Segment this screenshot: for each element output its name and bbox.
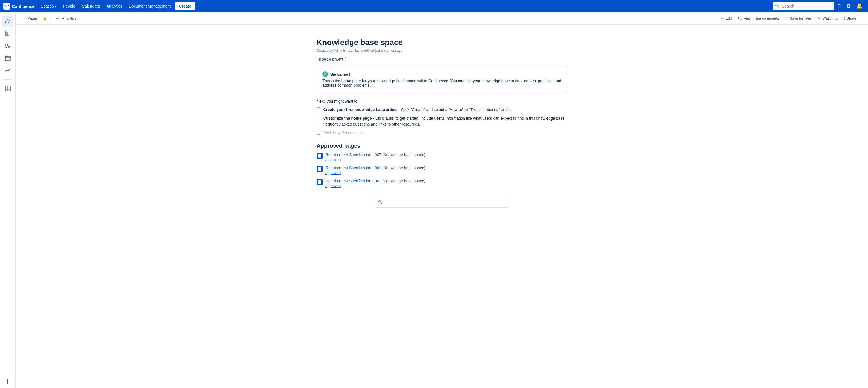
page-row-1: Requirement Specification - 001 (Knowled… bbox=[326, 166, 425, 170]
task-checkbox-2[interactable] bbox=[316, 116, 320, 120]
tasks-intro: Next, you might want to: bbox=[316, 99, 567, 103]
gear-icon: ⚙ bbox=[846, 3, 851, 9]
view-inline-comments-button[interactable]: 💬 View inline comments bbox=[735, 14, 782, 22]
page-info-2: Requirement Specification - 002 (Knowled… bbox=[326, 179, 425, 188]
confluence-logo-icon bbox=[3, 3, 10, 9]
action-bar: Pages 🔒 › Analytics ✏ Edit 💬 View inline… bbox=[16, 12, 868, 25]
spaces-dropdown[interactable]: Spaces ▾ bbox=[38, 2, 59, 10]
search-wrapper: 🔍 bbox=[773, 2, 834, 10]
sidebar: ‖ bbox=[0, 12, 16, 388]
people-nav[interactable]: People bbox=[60, 2, 78, 10]
table-icon bbox=[5, 86, 11, 91]
page-title-area: Knowledge base space Created by Administ… bbox=[316, 30, 567, 67]
page-link-1[interactable]: Requirement Specification - 001 bbox=[326, 166, 381, 170]
page-space-1: (Knowledge base space) bbox=[382, 166, 425, 170]
task-item-1: Create your first knowledge base article… bbox=[316, 107, 567, 113]
sidebar-divider bbox=[3, 80, 12, 80]
sidebar-item-table[interactable] bbox=[2, 83, 13, 94]
bottom-search-input[interactable] bbox=[375, 197, 509, 208]
page-space-0: (Knowledge base space) bbox=[382, 152, 425, 157]
bottom-search-icon: 🔍 bbox=[378, 200, 383, 205]
calendars-nav[interactable]: Calendars bbox=[79, 2, 103, 10]
welcome-title: Welcome! bbox=[330, 72, 350, 77]
chevron-down-icon: ▾ bbox=[55, 5, 56, 8]
breadcrumb-pages[interactable]: Pages bbox=[25, 14, 40, 22]
page-doc-icon-1 bbox=[316, 166, 323, 172]
approved-pages-title: Approved pages bbox=[316, 143, 567, 149]
task-item-2: Customize the home page - Click "Edit" t… bbox=[316, 116, 567, 127]
settings-button[interactable]: ⚙ bbox=[844, 1, 853, 11]
svg-point-2 bbox=[9, 69, 10, 70]
document-icon bbox=[5, 31, 10, 36]
analytics-icon bbox=[5, 68, 11, 73]
share-button[interactable]: ⟨ Share bbox=[841, 14, 859, 22]
main-wrapper: Knowledge base space Created by Administ… bbox=[16, 25, 868, 388]
create-button[interactable]: Create bbox=[175, 2, 195, 10]
page-link-0[interactable]: Requirement Specification - 007 bbox=[326, 152, 381, 157]
task-item-placeholder[interactable]: Click to add a new task... bbox=[316, 130, 567, 136]
more-button[interactable]: ··· bbox=[196, 2, 205, 10]
page-row-2: Requirement Specification - 002 (Knowled… bbox=[326, 179, 425, 183]
document-management-nav[interactable]: Document Management bbox=[126, 2, 174, 10]
approved-page-item-0: Requirement Specification - 007 (Knowled… bbox=[316, 152, 567, 162]
approved-page-item-2: Requirement Specification - 002 (Knowled… bbox=[316, 179, 567, 188]
logo-link[interactable]: Confluence bbox=[3, 3, 35, 9]
task-text-1: Create your first knowledge base article… bbox=[323, 107, 513, 113]
watching-button[interactable]: 👁 Watching bbox=[815, 14, 841, 22]
page-title: Knowledge base space bbox=[316, 38, 567, 47]
sidebar-item-quotes[interactable] bbox=[2, 40, 13, 52]
analytics-nav[interactable]: Analytics bbox=[104, 2, 125, 10]
page-status-1[interactable]: approved bbox=[326, 171, 425, 175]
task-checkbox-1[interactable] bbox=[316, 108, 320, 111]
sidebar-item-pages[interactable] bbox=[2, 28, 13, 39]
page-info-1: Requirement Specification - 001 (Knowled… bbox=[326, 166, 425, 175]
sidebar-item-home[interactable] bbox=[2, 16, 13, 27]
content-area: Knowledge base space Created by Administ… bbox=[308, 25, 576, 225]
edit-button[interactable]: ✏ Edit bbox=[718, 14, 734, 22]
action-bar-actions: ✏ Edit 💬 View inline comments ☆ Save for… bbox=[718, 14, 859, 22]
analytics-breadcrumb-icon bbox=[56, 17, 60, 21]
page-status-2[interactable]: approved bbox=[326, 184, 425, 188]
bottom-search-section: 🔍 bbox=[316, 197, 567, 208]
search-icon: 🔍 bbox=[775, 4, 780, 8]
svg-rect-1 bbox=[5, 56, 10, 61]
task-text-2: Customize the home page - Click "Edit" t… bbox=[323, 116, 567, 127]
search-input[interactable] bbox=[773, 2, 834, 10]
page-row-0: Requirement Specification - 007 (Knowled… bbox=[326, 152, 425, 157]
welcome-header: ✓ Welcome! bbox=[322, 71, 561, 77]
bell-icon: 🔔 bbox=[856, 3, 862, 9]
collapse-icon: ‖ bbox=[7, 378, 9, 384]
breadcrumb: Pages 🔒 › Analytics bbox=[25, 14, 718, 22]
task-checkbox-new[interactable] bbox=[316, 131, 320, 135]
breadcrumb-separator: › bbox=[50, 16, 51, 21]
bottom-search-wrapper: 🔍 bbox=[375, 197, 509, 208]
welcome-check-icon: ✓ bbox=[322, 71, 328, 77]
task-placeholder-text: Click to add a new task... bbox=[323, 130, 367, 136]
page-doc-icon-2 bbox=[316, 179, 323, 185]
help-icon: ? bbox=[838, 3, 841, 9]
home-icon bbox=[5, 19, 11, 24]
page-doc-icon-0 bbox=[316, 153, 323, 159]
breadcrumb-analytics[interactable]: Analytics bbox=[53, 14, 80, 22]
share-icon: ⟨ bbox=[844, 16, 845, 21]
welcome-body: This is the home page for your knowledge… bbox=[322, 79, 561, 88]
sidebar-item-analytics[interactable] bbox=[2, 65, 13, 76]
welcome-panel: ✓ Welcome! This is the home page for you… bbox=[316, 67, 567, 92]
page-link-2[interactable]: Requirement Specification - 002 bbox=[326, 179, 381, 183]
page-meta: Created by Administrator, last modified … bbox=[316, 49, 567, 53]
svg-rect-3 bbox=[5, 86, 10, 91]
sidebar-item-calendar[interactable] bbox=[2, 53, 13, 64]
page-space-2: (Knowledge base space) bbox=[382, 179, 425, 183]
sidebar-collapse-button[interactable]: ‖ bbox=[3, 378, 12, 384]
notifications-button[interactable]: 🔔 bbox=[854, 1, 865, 11]
draft-badge: ROUGH DRAFT bbox=[316, 57, 346, 62]
lock-icon: 🔒 bbox=[43, 16, 47, 21]
help-button[interactable]: ? bbox=[836, 2, 843, 11]
star-icon: ☆ bbox=[785, 16, 788, 21]
page-status-0[interactable]: approved bbox=[326, 157, 425, 162]
pencil-icon: ✏ bbox=[721, 16, 724, 21]
quote-icon bbox=[5, 43, 11, 49]
save-for-later-button[interactable]: ☆ Save for later bbox=[782, 14, 814, 22]
approved-page-item-1: Requirement Specification - 001 (Knowled… bbox=[316, 166, 567, 175]
topnav: Confluence Spaces ▾ People Calendars Ana… bbox=[0, 0, 868, 12]
